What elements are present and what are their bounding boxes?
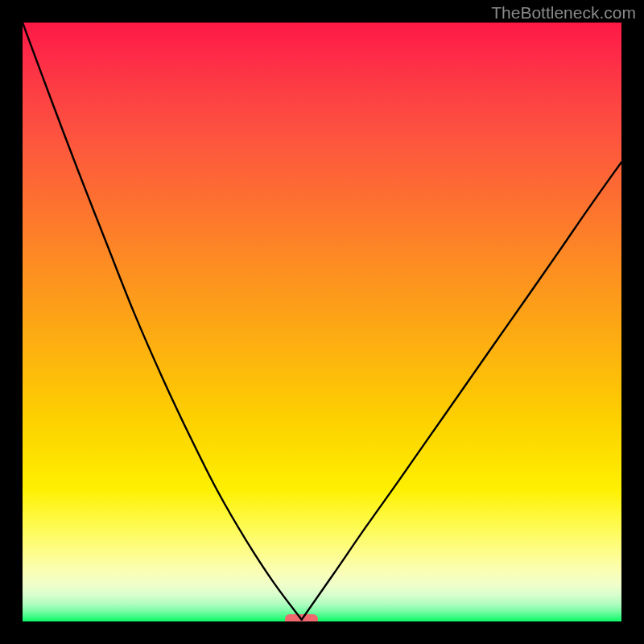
plot-gradient — [23, 23, 621, 621]
chart-frame: TheBottleneck.com — [0, 0, 644, 644]
plot-area — [23, 23, 621, 621]
optimum-marker — [285, 614, 318, 621]
attribution-label: TheBottleneck.com — [491, 3, 636, 23]
